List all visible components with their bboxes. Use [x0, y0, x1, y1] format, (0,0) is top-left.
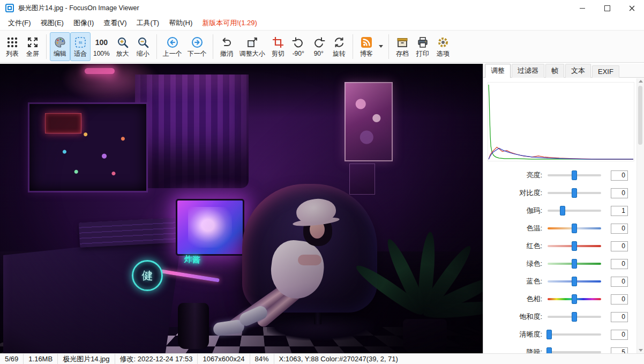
- green-slider[interactable]: [548, 258, 601, 269]
- toolbar-button-rotate-ccw[interactable]: -90°: [288, 32, 309, 61]
- slider-label-green: 绿色:: [489, 259, 548, 269]
- toolbar-label: 上一个: [163, 50, 182, 57]
- toolbar-button-blog[interactable]: 博客: [356, 32, 377, 61]
- photo-scene: 炸酱 健: [0, 64, 483, 353]
- status-dimensions: 1067x600x24: [198, 354, 250, 364]
- gamma-value[interactable]: 1: [611, 206, 628, 216]
- scrollbar-thumb[interactable]: [638, 86, 642, 145]
- toolbar-button-edit[interactable]: 编辑: [50, 32, 70, 61]
- toolbar-button-crop[interactable]: 剪切: [268, 32, 288, 61]
- blue-value[interactable]: 0: [611, 277, 628, 287]
- toolbar-button-options[interactable]: 选项: [433, 32, 453, 61]
- slider-row-gamma: 伽玛: 1: [483, 205, 644, 216]
- tab-exif[interactable]: EXIF: [592, 65, 619, 78]
- status-zoom: 84%: [250, 354, 274, 364]
- update-notice-link[interactable]: 新版本可用!(1.29): [197, 16, 262, 30]
- toolbar-button-undo[interactable]: 撤消: [216, 32, 237, 61]
- toolbar-label: 缩小: [137, 50, 149, 57]
- toolbar-label: 放大: [116, 50, 129, 57]
- menu-image[interactable]: 图像(I): [69, 16, 99, 30]
- blue-slider[interactable]: [548, 276, 601, 287]
- slider-handle[interactable]: [560, 206, 565, 216]
- palette-icon: [53, 35, 67, 49]
- slider-handle[interactable]: [546, 347, 552, 353]
- tab-filters[interactable]: 过滤器: [512, 64, 544, 78]
- minimize-button[interactable]: [570, 0, 595, 16]
- denoise-slider[interactable]: [548, 347, 601, 353]
- slider-track[interactable]: [548, 333, 601, 336]
- toolbar-label: 博客: [360, 50, 373, 57]
- hue-value[interactable]: 0: [611, 294, 628, 304]
- menu-file[interactable]: 文件(F): [3, 16, 36, 30]
- red-slider[interactable]: [548, 241, 601, 251]
- menu-help[interactable]: 帮助(H): [164, 16, 197, 30]
- printer-icon: [416, 35, 430, 49]
- saturation-slider[interactable]: [548, 311, 601, 322]
- contrast-slider[interactable]: [548, 188, 601, 198]
- slider-handle[interactable]: [572, 188, 577, 198]
- toolbar-button-resize[interactable]: 调整大小: [237, 32, 268, 61]
- slider-label-red: 红色:: [489, 241, 548, 251]
- adjustments-panel: 调整 过滤器 帧 文本 EXIF 亮度: 0 对比度: [483, 64, 644, 353]
- menu-look[interactable]: 查看(V): [99, 16, 131, 30]
- contrast-value[interactable]: 0: [611, 188, 628, 198]
- slider-track[interactable]: [548, 210, 601, 212]
- toolbar-button-print[interactable]: 打印: [413, 32, 433, 61]
- toolbar-label: 剪切: [272, 50, 284, 57]
- color-temp-slider[interactable]: [548, 223, 601, 234]
- blog-dropdown-arrow[interactable]: [377, 32, 385, 61]
- toolbar-button-previous[interactable]: 上一个: [160, 32, 185, 61]
- slider-label-color-temp: 色温:: [489, 224, 548, 233]
- panel-scrollbar[interactable]: [636, 78, 644, 353]
- slider-handle[interactable]: [546, 330, 552, 339]
- slider-handle[interactable]: [572, 277, 577, 286]
- slider-row-brightness: 亮度: 0: [483, 170, 644, 181]
- image-canvas[interactable]: 炸酱 健: [0, 64, 483, 353]
- slider-handle[interactable]: [572, 259, 577, 269]
- close-button[interactable]: [619, 0, 644, 16]
- slider-handle[interactable]: [572, 224, 577, 233]
- slider-handle[interactable]: [572, 312, 577, 322]
- slider-rows: 亮度: 0 对比度: 0 伽玛:: [483, 170, 644, 353]
- green-value[interactable]: 0: [611, 259, 628, 269]
- gamma-slider[interactable]: [548, 205, 601, 216]
- status-index: 5/69: [0, 354, 24, 364]
- brightness-slider[interactable]: [548, 170, 601, 181]
- toolbar-button-fullscreen[interactable]: 全屏: [23, 32, 43, 61]
- crop-icon: [271, 35, 285, 49]
- slider-label-brightness: 亮度:: [489, 170, 548, 180]
- sharpness-value[interactable]: 0: [611, 330, 628, 340]
- saturation-value[interactable]: 0: [611, 312, 628, 322]
- toolbar-button-zoom-in[interactable]: 放大: [113, 32, 133, 61]
- histogram: [488, 82, 634, 161]
- toolbar-button-rotate[interactable]: 旋转: [329, 32, 349, 61]
- toolbar-button-fit[interactable]: fit 适合: [70, 32, 91, 61]
- maximize-button[interactable]: [595, 0, 619, 16]
- toolbar-button-zoom-out[interactable]: 缩小: [133, 32, 153, 61]
- toolbar-button-zoom-100[interactable]: 100 100%: [91, 32, 113, 61]
- toolbar-button-next[interactable]: 下一个: [185, 32, 209, 61]
- toolbar-button-list[interactable]: 列表: [2, 32, 23, 61]
- toolbar-label: 编辑: [54, 50, 66, 57]
- slider-handle[interactable]: [572, 294, 577, 304]
- slider-row-saturation: 饱和度: 0: [483, 311, 644, 322]
- slider-handle[interactable]: [572, 241, 577, 251]
- tab-text[interactable]: 文本: [565, 64, 591, 78]
- red-value[interactable]: 0: [611, 241, 628, 251]
- tab-frame[interactable]: 帧: [545, 64, 564, 78]
- brightness-value[interactable]: 0: [611, 170, 628, 181]
- menu-tools[interactable]: 工具(T): [132, 16, 164, 30]
- rotate-cw-icon: [312, 35, 326, 49]
- denoise-value[interactable]: 5: [611, 347, 628, 354]
- hue-slider[interactable]: [548, 294, 601, 304]
- sharpness-slider[interactable]: [548, 329, 601, 340]
- photo-vignette: [0, 64, 483, 353]
- slider-handle[interactable]: [572, 170, 577, 180]
- tab-adjust[interactable]: 调整: [485, 64, 511, 78]
- rotate-ccw-icon: [291, 35, 305, 49]
- color-temp-value[interactable]: 0: [611, 224, 628, 234]
- toolbar-button-rotate-cw[interactable]: 90°: [309, 32, 329, 61]
- toolbar-button-archive[interactable]: 存档: [392, 32, 413, 61]
- menu-view[interactable]: 视图(E): [36, 16, 69, 30]
- previous-icon: [166, 35, 179, 49]
